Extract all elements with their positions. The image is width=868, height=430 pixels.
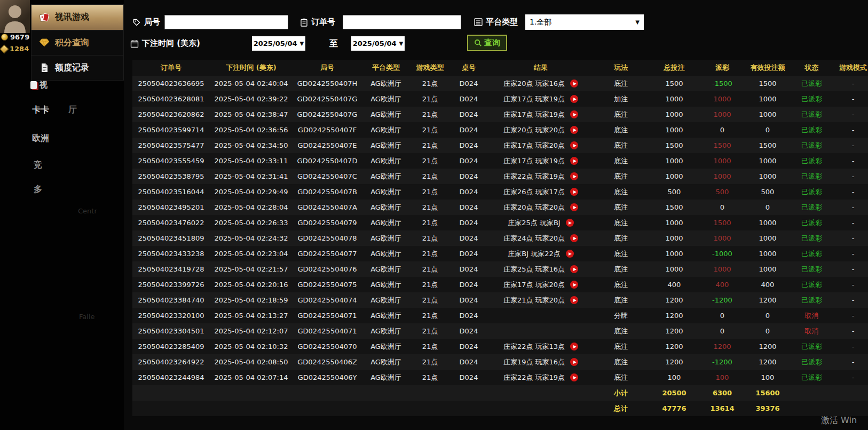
cell-total-bet: 100 (648, 373, 701, 381)
replay-play-button[interactable] (570, 79, 578, 87)
cell-game-mode: - (832, 188, 868, 196)
cell-payout: -1000 (701, 250, 744, 258)
column-header: 派彩 (701, 63, 744, 73)
cell-game-type: 21点 (410, 311, 450, 321)
cell-game-mode: - (832, 203, 868, 211)
replay-play-button[interactable] (570, 141, 578, 149)
cell-play-type: 底注 (594, 249, 648, 259)
cell-game-mode: - (832, 281, 868, 289)
round-number-input[interactable] (164, 15, 288, 29)
start-date-select[interactable]: 2025/05/04 ▼ (252, 36, 305, 51)
subtotal-row: 小计20500630015600 (132, 385, 868, 401)
sidebar-item-video-games[interactable]: 视讯游戏 (31, 5, 123, 30)
sidebar-item-points-query[interactable]: 积分查询 (31, 30, 123, 55)
cell-platform-type: AG欧洲厅 (362, 156, 410, 166)
cell-status: 已派彩 (792, 357, 832, 367)
cell-total-bet: 1000 (648, 157, 701, 165)
cell-game-type: 21点 (410, 141, 450, 150)
cell-round-number: GD0242550407G (293, 95, 362, 103)
replay-play-button[interactable] (570, 265, 578, 273)
cell-game-mode: - (832, 110, 868, 118)
label-text: 局号 (144, 17, 160, 27)
result-text: 庄家20点 玩家20点 (503, 203, 565, 212)
result-text: 庄家25点 玩家BJ (508, 218, 560, 228)
cell-valid-bet: 1000 (744, 157, 792, 165)
search-button[interactable]: 查询 (467, 35, 507, 51)
cell-game-type: 21点 (410, 172, 450, 181)
cell-table-number: D024 (450, 234, 487, 242)
replay-play-button[interactable] (570, 234, 578, 242)
cell-valid-bet: 1000 (744, 95, 792, 103)
cell-payout: -1200 (701, 358, 744, 366)
cell-order-number: 250504023599714 (132, 126, 210, 134)
replay-play-button[interactable] (570, 126, 578, 134)
bg-nav-video[interactable]: 视 (30, 80, 48, 90)
replay-play-button[interactable] (570, 203, 578, 211)
replay-play-button[interactable] (570, 188, 578, 196)
cell-table-number: D024 (450, 172, 487, 180)
diamond-icon (38, 37, 50, 48)
table-row: 2505040233201002025-05-04 02:13:27GD0242… (132, 308, 868, 323)
cell-round-number: GD02425504077 (293, 250, 362, 258)
cell-bet-time: 2025-05-04 02:23:04 (210, 250, 293, 258)
order-number-input[interactable] (343, 15, 461, 29)
bg-nav-kaka[interactable]: 卡卡 (32, 105, 49, 116)
cell-order-number: 250504023636695 (132, 79, 210, 87)
replay-play-button[interactable] (570, 296, 578, 304)
cell-play-type: 底注 (594, 342, 648, 352)
sidebar-item-quota-records[interactable]: 额度记录 (31, 55, 123, 80)
bg-nav-europe[interactable]: 欧洲 (32, 133, 49, 144)
cell-table-number: D024 (450, 281, 487, 289)
bg-nav-jing[interactable]: 竞 (34, 160, 42, 171)
replay-play-button[interactable] (570, 95, 578, 103)
cell-round-number: GD02425504071 (293, 327, 362, 335)
bg-nav-hall[interactable]: 厅 (68, 105, 77, 116)
cell-game-mode: - (832, 343, 868, 351)
table-row: 2505040234952012025-05-04 02:28:04GD0242… (132, 200, 868, 215)
cell-total-bet: 1200 (648, 312, 701, 320)
total-payout: 13614 (701, 404, 744, 412)
replay-play-button[interactable] (566, 219, 574, 227)
sidebar: 视讯游戏 积分查询 额度记录 (31, 4, 124, 81)
clipboard-icon (300, 18, 308, 27)
cell-play-type: 底注 (594, 187, 648, 197)
replay-play-button[interactable] (570, 110, 578, 118)
end-date-select[interactable]: 2025/05/04 ▼ (351, 36, 405, 51)
cell-play-type: 底注 (594, 218, 648, 228)
cell-platform-type: AG欧洲厅 (362, 125, 410, 135)
cell-payout: 1000 (701, 265, 744, 273)
result-text: 庄家22点 玩家19点 (503, 172, 565, 181)
selected-platform: 1.全部 (530, 18, 551, 27)
table-row: 2505040236280812025-05-04 02:39:22GD0242… (132, 91, 868, 107)
cell-total-bet: 1200 (648, 327, 701, 335)
cell-status: 已派彩 (792, 280, 832, 290)
replay-play-button[interactable] (570, 172, 578, 180)
platform-type-select[interactable]: 1.全部 ▼ (525, 14, 644, 30)
replay-play-button[interactable] (566, 250, 574, 258)
cell-play-type: 底注 (594, 141, 648, 150)
cell-status: 已派彩 (792, 110, 832, 120)
cell-status: 已派彩 (792, 265, 832, 274)
cell-table-number: D024 (450, 219, 487, 227)
bg-nav-duo[interactable]: 多 (34, 184, 42, 195)
cell-play-type: 底注 (594, 373, 648, 383)
table-header: 订单号下注时间 (美东)局号平台类型游戏类型桌号结果玩法总投注派彩有效投注额状态… (132, 60, 868, 76)
table-row: 2505040234518092025-05-04 02:24:32GD0242… (132, 230, 868, 246)
table-row: 2505040233997262025-05-04 02:20:16GD0242… (132, 277, 868, 292)
cell-payout: 1000 (701, 234, 744, 242)
replay-play-button[interactable] (570, 281, 578, 289)
replay-play-button[interactable] (570, 343, 578, 351)
avatar[interactable] (0, 0, 30, 33)
cell-play-type: 加注 (594, 94, 648, 104)
cell-platform-type: AG欧洲厅 (362, 110, 410, 120)
replay-play-button[interactable] (570, 157, 578, 165)
replay-play-button[interactable] (570, 358, 578, 366)
table-row: 2505040235754772025-05-04 02:34:50GD0242… (132, 138, 868, 153)
cell-table-number: D024 (450, 188, 487, 196)
cell-status: 已派彩 (792, 373, 832, 383)
column-header: 局号 (293, 63, 362, 73)
cell-status: 已派彩 (792, 141, 832, 150)
replay-play-button[interactable] (570, 373, 578, 381)
cell-table-number: D024 (450, 296, 487, 304)
cell-payout: -1500 (701, 79, 744, 87)
